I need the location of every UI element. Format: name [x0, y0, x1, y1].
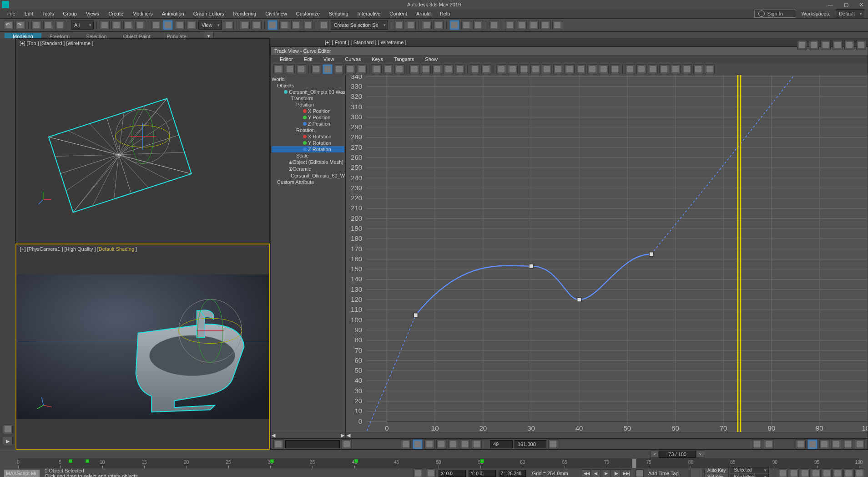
tv-isolate-button[interactable] — [764, 439, 774, 449]
tree-hscroll-left[interactable]: ◀ — [272, 432, 275, 438]
tv-list-button[interactable] — [342, 439, 352, 449]
menu-interactive[interactable]: Interactive — [353, 11, 385, 16]
track-view-title[interactable]: Track View - Curve Editor — [271, 47, 868, 55]
tree-x-position[interactable]: X Position — [272, 108, 344, 114]
tree-rotation[interactable]: Rotation — [272, 127, 344, 133]
tv-param-curve-button[interactable] — [394, 64, 404, 74]
open-autodesk-button[interactable] — [552, 20, 562, 30]
viewport-front-label[interactable]: [+] [ Front ] [ Standard ] [ Wireframe ] — [270, 38, 868, 46]
tree-world[interactable]: World — [272, 76, 344, 82]
menu-animation[interactable]: Animation — [157, 11, 189, 16]
cmd-modify-tab[interactable] — [809, 40, 819, 50]
tv-tangent-break-button[interactable] — [599, 64, 609, 74]
tv-show-keyable-button[interactable] — [401, 439, 411, 449]
tv-zoom-ext-button[interactable] — [855, 439, 865, 449]
tv-tangent-fast-button[interactable] — [519, 64, 529, 74]
minimize-button[interactable]: — — [825, 2, 836, 8]
tv-tangent-spline-button[interactable] — [508, 64, 518, 74]
tv-show-unlocked-button[interactable] — [460, 439, 470, 449]
tree-editable-mesh[interactable]: ⊞Object (Editable Mesh) — [272, 159, 344, 166]
render-cloud-button[interactable] — [540, 20, 550, 30]
tv-zoom-h-button[interactable] — [819, 439, 829, 449]
tree-position[interactable]: Position — [272, 101, 344, 108]
tv-menu-show[interactable]: Show — [419, 56, 443, 62]
tree-z-position[interactable]: Z Position — [272, 121, 344, 127]
menu-scripting[interactable]: Scripting — [324, 11, 353, 16]
menu-views[interactable]: Views — [81, 11, 104, 16]
menu-group[interactable]: Group — [58, 11, 81, 16]
goto-start-button[interactable]: |◀◀ — [582, 469, 591, 477]
tree-z-rotation[interactable]: Z Rotation — [272, 146, 344, 152]
viewport-top[interactable]: [+] [Top ] [Standard ] [Wireframe ] — [15, 38, 270, 244]
tv-ease5-button[interactable] — [693, 64, 703, 74]
rendered-frame-button[interactable] — [517, 20, 527, 30]
select-manip-button[interactable] — [240, 20, 250, 30]
menu-rendering[interactable]: Rendering — [229, 11, 261, 16]
time-tag-icon[interactable] — [636, 469, 644, 477]
key-filter-dropdown[interactable]: Selected — [731, 467, 769, 473]
viewport-camera-label[interactable]: [+] [PhysCamera1 ] [High Quality ] [Defa… — [20, 246, 137, 252]
tv-value-input[interactable] — [515, 440, 546, 448]
set-key-toggle[interactable]: Set Key — [704, 474, 729, 477]
cmd-create-tab[interactable] — [797, 40, 807, 50]
tv-frame-input[interactable] — [490, 440, 513, 448]
tree-object-washbasin[interactable]: Cersanit_Olimpia 60 Washbas — [272, 89, 344, 95]
edit-named-sel-button[interactable] — [319, 20, 329, 30]
tv-type-out-button[interactable] — [636, 64, 646, 74]
mirror-button[interactable] — [394, 20, 404, 30]
tv-type-in-button[interactable] — [625, 64, 635, 74]
tree-transform[interactable]: Transform — [272, 95, 344, 101]
tv-ease3-button[interactable] — [671, 64, 681, 74]
tv-lock-button[interactable] — [285, 64, 295, 74]
tree-y-rotation[interactable]: Y Rotation — [272, 140, 344, 146]
menu-arnold[interactable]: Arnold — [412, 11, 435, 16]
tv-show-locked-button[interactable] — [472, 439, 482, 449]
tv-show-anim-button[interactable] — [424, 439, 434, 449]
named-selection-dropdown[interactable]: Create Selection Se — [331, 20, 388, 30]
select-rect-button[interactable] — [123, 20, 133, 30]
tv-select-button[interactable] — [455, 64, 465, 74]
abs-rel-button[interactable] — [426, 468, 436, 477]
scene-explorer-toggle[interactable]: ▶ — [3, 436, 13, 446]
menu-file[interactable]: File — [3, 11, 20, 16]
render-button[interactable] — [529, 20, 539, 30]
curve-editor-button[interactable] — [449, 20, 459, 30]
layer-explorer-button[interactable] — [422, 20, 432, 30]
tv-draw-button[interactable] — [296, 64, 306, 74]
nav-pan-button[interactable] — [778, 468, 788, 477]
tv-filter-button[interactable] — [273, 64, 283, 74]
tv-zoom-button[interactable] — [843, 439, 853, 449]
tree-scale[interactable]: Scale — [272, 152, 344, 159]
tree-objects[interactable]: Objects — [272, 82, 344, 89]
maxscript-listener[interactable]: MAXScript Mi — [4, 469, 40, 477]
redo-button[interactable]: ↷ — [15, 20, 25, 30]
viewport-top-label[interactable]: [+] [Top ] [Standard ] [Wireframe ] — [20, 41, 93, 46]
tree-ceramic[interactable]: ⊞Ceramic — [272, 166, 344, 173]
play-button[interactable]: ▶ — [602, 469, 611, 477]
menu-tools[interactable]: Tools — [38, 11, 59, 16]
bind-spacewarp-button[interactable] — [55, 20, 65, 30]
lock-selection-button[interactable] — [413, 468, 423, 477]
menu-edit[interactable]: Edit — [20, 11, 38, 16]
tv-retime-button[interactable] — [444, 64, 454, 74]
undo-button[interactable]: ↶ — [4, 20, 14, 30]
close-button[interactable]: ✕ — [857, 2, 866, 8]
menu-content[interactable]: Content — [385, 11, 412, 16]
tv-biped-button[interactable] — [752, 439, 762, 449]
graph-hscroll-left[interactable]: ◀ — [347, 432, 350, 438]
angle-snap-button[interactable] — [279, 20, 289, 30]
tv-reduce-keys-button[interactable] — [409, 64, 419, 74]
percent-snap-button[interactable] — [291, 20, 301, 30]
prev-frame-button[interactable]: ◀| — [592, 469, 601, 477]
tv-tangent-step-button[interactable] — [542, 64, 552, 74]
cmd-motion-tab[interactable] — [833, 40, 843, 50]
ref-coord-dropdown[interactable]: View — [198, 20, 222, 30]
tv-menu-edit[interactable]: Edit — [298, 56, 318, 62]
rotate-button[interactable] — [163, 20, 173, 30]
tv-zoom-v-button[interactable] — [831, 439, 841, 449]
tv-menu-editor[interactable]: Editor — [274, 56, 298, 62]
align-button[interactable] — [406, 20, 416, 30]
cmd-util-tab[interactable] — [856, 40, 866, 50]
tv-tangent-unify-button[interactable] — [610, 64, 620, 74]
tv-name-field[interactable] — [285, 440, 340, 448]
